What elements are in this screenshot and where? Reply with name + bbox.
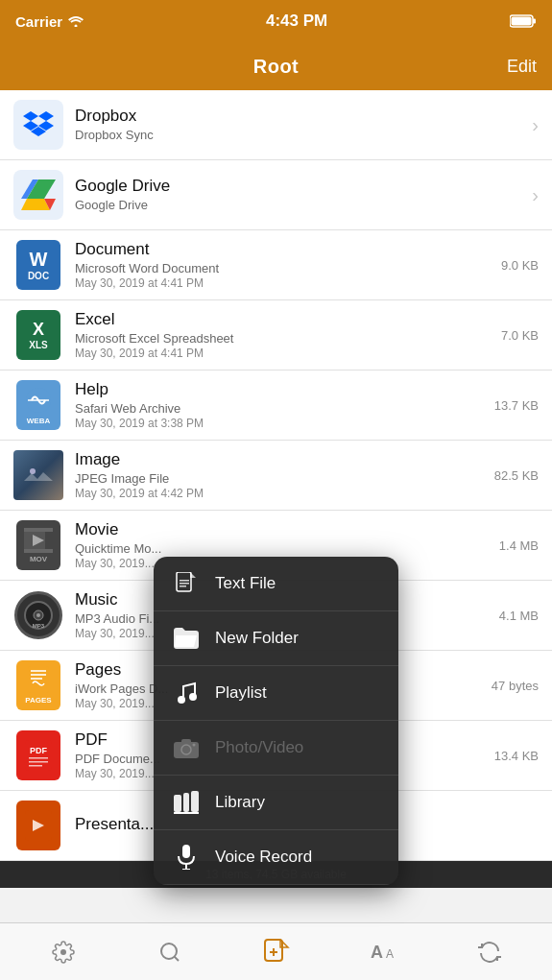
camera-icon xyxy=(173,734,200,761)
menu-item-text-file[interactable]: Text File xyxy=(154,557,398,611)
svg-point-35 xyxy=(189,693,197,701)
menu-item-label: Photo/Video xyxy=(215,738,303,757)
menu-item-label: Playlist xyxy=(215,683,267,703)
svg-rect-43 xyxy=(174,812,199,814)
microphone-icon xyxy=(173,844,200,871)
menu-item-label: Library xyxy=(215,793,265,812)
menu-item-playlist[interactable]: Playlist xyxy=(154,666,398,721)
context-menu-overlay: Text File New Folder Playlist xyxy=(0,0,552,980)
library-icon xyxy=(173,789,200,816)
svg-point-34 xyxy=(178,696,185,704)
svg-rect-40 xyxy=(174,795,181,812)
menu-item-voice-record[interactable]: Voice Record xyxy=(154,830,398,885)
svg-rect-44 xyxy=(182,845,190,858)
svg-rect-42 xyxy=(191,791,199,812)
menu-item-label: New Folder xyxy=(215,629,299,648)
svg-rect-33 xyxy=(180,586,186,587)
menu-item-photo-video[interactable]: Photo/Video xyxy=(154,721,398,776)
svg-rect-31 xyxy=(180,580,189,582)
svg-rect-30 xyxy=(177,572,191,591)
menu-item-label: Text File xyxy=(215,574,276,593)
menu-item-library[interactable]: Library xyxy=(154,776,398,830)
music-note-icon xyxy=(173,680,200,706)
svg-point-39 xyxy=(193,744,196,747)
menu-item-new-folder[interactable]: New Folder xyxy=(154,611,398,666)
menu-item-label: Voice Record xyxy=(215,848,312,867)
folder-open-icon xyxy=(173,625,200,652)
file-text-icon xyxy=(173,570,200,597)
svg-rect-32 xyxy=(180,583,189,585)
context-menu: Text File New Folder Playlist xyxy=(154,557,398,885)
svg-rect-38 xyxy=(181,739,191,744)
svg-rect-41 xyxy=(183,793,189,812)
